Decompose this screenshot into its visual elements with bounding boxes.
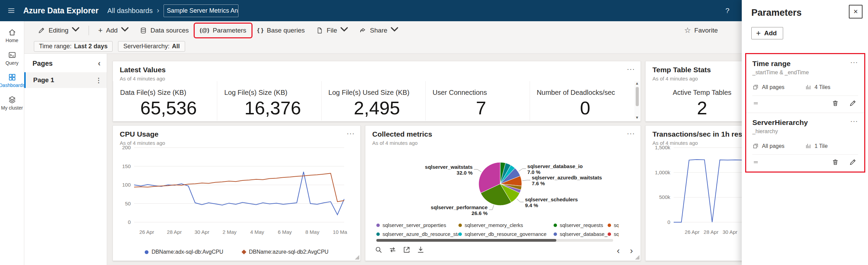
series-marker-icon (145, 250, 148, 254)
series-dot-icon (458, 232, 462, 236)
sidebar-item-my-cluster[interactable]: My cluster (1, 93, 23, 113)
svg-text:4 May: 4 May (250, 229, 264, 235)
dashboard-name-input[interactable]: Sample Server Metrics Anal (164, 4, 238, 17)
legend-item[interactable]: sqlserv (608, 231, 619, 237)
tile-resize-handle[interactable] (355, 255, 359, 260)
next-page-button[interactable]: › (630, 246, 633, 255)
share-icon (359, 27, 366, 34)
reorder-icon (752, 99, 760, 107)
svg-text:30 Apr: 30 Apr (195, 229, 209, 235)
tile-more-button[interactable]: ··· (627, 65, 635, 73)
expand-button[interactable] (402, 245, 411, 255)
pencil-icon (849, 99, 857, 107)
svg-text:26 Apr: 26 Apr (139, 229, 154, 235)
database-icon (140, 27, 147, 34)
pages-scope: All pages (752, 84, 785, 90)
refresh-button[interactable] (388, 245, 397, 255)
parameter-name: Time range (752, 60, 858, 68)
breadcrumb-all-dashboards[interactable]: All dashboards (107, 7, 153, 15)
svg-text:200: 200 (122, 144, 131, 150)
add-parameter-button[interactable]: + Add (751, 27, 783, 39)
parameters-panel-title: Parameters (751, 8, 860, 18)
data-sources-button[interactable]: Data sources (135, 24, 193, 37)
series-dot-icon (376, 232, 380, 236)
search-button[interactable] (374, 245, 383, 255)
page-list-item[interactable]: Page 1 ⋮ (24, 72, 107, 88)
chevron-down-icon (121, 26, 129, 35)
filter-pill[interactable]: ServerHierarchy: All (118, 41, 185, 52)
reorder-handle[interactable] (752, 158, 760, 167)
base-queries-button[interactable]: { } Base queries (253, 24, 309, 37)
card-more-button[interactable]: ··· (850, 117, 858, 125)
favorite-button[interactable]: ☆ Favorite (680, 24, 722, 37)
card-more-button[interactable]: ··· (850, 58, 858, 66)
legend-item[interactable]: DBName:adx-sql-db:AvgCPU (145, 249, 223, 255)
toolbar-divider (89, 26, 89, 35)
legend-horizontal-scrollbar[interactable] (376, 239, 613, 242)
svg-text:150: 150 (122, 163, 131, 169)
tile-more-button[interactable]: ··· (627, 129, 635, 137)
parameters-panel: Parameters × + Add Time range _startTime… (742, 0, 868, 265)
left-nav-rail: Home Query Dashboards My cluster (0, 21, 24, 265)
svg-text:28 Apr: 28 Apr (704, 229, 718, 235)
svg-text:10 Ma: 10 Ma (333, 229, 347, 235)
edit-parameter-button[interactable] (849, 99, 857, 109)
plus-icon: + (756, 29, 761, 38)
download-button[interactable] (416, 245, 425, 255)
legend-item[interactable]: sqlserver_server_properties (376, 222, 458, 228)
legend-item[interactable]: DBName:azure-sql-db2:AvgCPU (242, 249, 328, 255)
parameters-button[interactable]: (@) Parameters (195, 24, 251, 37)
scrollbar-thumb[interactable] (636, 87, 639, 106)
annotation-parameter-cards: Time range _startTime & _endTime ··· All… (745, 53, 865, 173)
tile-vertical-scrollbar[interactable]: ▲ ▼ (634, 81, 640, 119)
home-icon (8, 28, 16, 37)
scroll-down-icon[interactable]: ▼ (635, 115, 639, 119)
stat-card: Number of Deadlocks/sec 0 (530, 81, 634, 121)
svg-text:28 Apr: 28 Apr (167, 229, 182, 235)
legend-item[interactable]: sqlserver_db_resource_governance (458, 231, 554, 237)
legend-item[interactable]: sqlserver_requests (554, 222, 608, 228)
legend-item[interactable]: sqlserver_memory_clerks (458, 222, 554, 228)
close-button[interactable]: × (849, 5, 863, 18)
edit-parameter-button[interactable] (849, 158, 857, 167)
file-button[interactable]: File (311, 23, 353, 37)
stat-card: Log File(s) Used Size (KB) 2,495 (321, 81, 425, 121)
page-more-icon[interactable]: ⋮ (95, 76, 102, 84)
sidebar-item-query[interactable]: Query (1, 49, 23, 68)
svg-text:50: 50 (125, 201, 131, 206)
legend-item[interactable]: sqlserver_database_io (554, 231, 608, 237)
share-button[interactable]: Share (354, 23, 403, 37)
series-dot-icon (554, 232, 557, 236)
scroll-up-icon[interactable]: ▲ (635, 81, 639, 85)
trash-icon (831, 99, 839, 107)
parameters-icon: (@) (200, 27, 209, 34)
pages-scope: All pages (752, 143, 785, 149)
svg-text:sqlserver_database_io7.0 %: sqlserver_database_io7.0 % (527, 163, 583, 175)
help-icon[interactable]: ? (725, 7, 729, 15)
legend-item[interactable]: sqlserver_azure_db_resource_stats (376, 231, 458, 237)
editing-button[interactable]: Editing (33, 23, 84, 37)
sidebar-item-home[interactable]: Home (1, 26, 23, 45)
pages-panel-title: Pages (33, 60, 53, 67)
legend-item[interactable]: sqlserv (608, 222, 619, 228)
svg-text:1,000k: 1,000k (655, 169, 671, 175)
tile-more-button[interactable]: ··· (347, 129, 355, 137)
tile-resize-handle[interactable] (635, 255, 639, 260)
sidebar-item-dashboards[interactable]: Dashboards (1, 71, 23, 90)
parameter-card: Time range _startTime & _endTime ··· All… (746, 54, 864, 113)
svg-text:500k: 500k (659, 194, 670, 200)
delete-parameter-button[interactable] (831, 99, 839, 109)
cpu-usage-line-chart: 05010015020026 Apr28 Apr30 Apr2 May4 May… (116, 144, 352, 240)
delete-parameter-button[interactable] (831, 158, 839, 167)
hamburger-menu-icon[interactable] (8, 7, 15, 14)
scrollbar-thumb[interactable] (376, 239, 556, 242)
collapse-pages-icon[interactable]: ‹ (98, 59, 101, 67)
add-button[interactable]: + Add (94, 23, 133, 37)
search-icon (374, 245, 383, 254)
prev-page-button[interactable]: ‹ (617, 246, 620, 255)
parameter-name: ServerHierarchy (752, 118, 858, 127)
filter-pill[interactable]: Time range: Last 2 days (34, 41, 113, 52)
svg-text:0: 0 (128, 219, 131, 225)
chart-legend: DBName:adx-sql-db:AvgCPU DBName:azure-sq… (113, 249, 360, 255)
reorder-handle[interactable] (752, 99, 760, 109)
